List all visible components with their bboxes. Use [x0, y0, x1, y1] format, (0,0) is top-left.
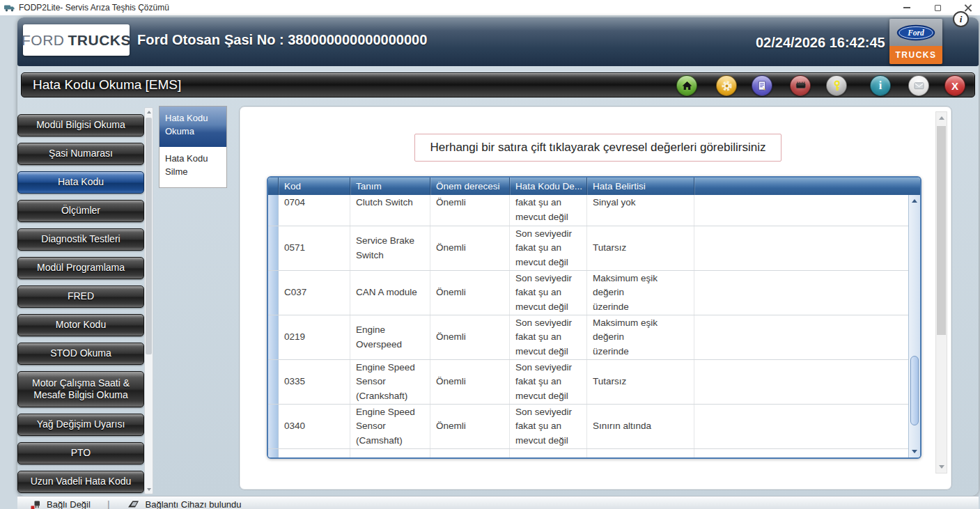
key-button[interactable] [826, 75, 847, 96]
ecu-button[interactable] [790, 75, 811, 96]
table-body: 0704 Clutch Switch Önemli Son seviyedir … [268, 195, 908, 457]
column-header-hata-kodu-detay[interactable]: Hata Kodu De... [510, 178, 587, 195]
sidebar-item-modul-bilgisi-okuma[interactable]: Modül Bilgisi Okuma [17, 114, 144, 136]
table-row[interactable]: Son seviyedir [268, 449, 908, 457]
table-row[interactable]: 0335 Engine Speed Sensor (Crankshaft) Ön… [268, 360, 908, 405]
ford-trucks-logo: FORD TRUCKS [23, 24, 130, 56]
sidebar-item-modul-programlama[interactable]: Modül Programlama [17, 257, 144, 279]
table-scroll-thumb[interactable] [910, 356, 919, 425]
scroll-up-icon[interactable] [939, 116, 944, 120]
close-x-icon: X [951, 80, 958, 92]
scroll-down-icon[interactable] [939, 465, 944, 469]
settings-button[interactable] [716, 75, 737, 96]
cell-kod: 0571 [279, 226, 350, 270]
table-row[interactable]: 0571 Service Brake Switch Önemli Son sev… [268, 226, 908, 271]
tab-hata-kodu-okuma[interactable]: Hata Kodu Okuma [160, 107, 226, 147]
cell-belirti: Tutarsız [587, 360, 694, 404]
close-page-button[interactable]: X [944, 75, 965, 96]
home-icon [681, 80, 693, 91]
column-header-tanim[interactable]: Tanım [350, 178, 430, 195]
sidebar-item-hata-kodu[interactable]: Hata Kodu [17, 171, 144, 194]
sidebar-item-olcumler[interactable]: Ölçümler [17, 200, 144, 222]
svg-text:Ford: Ford [907, 29, 924, 37]
submenu-panel: Hata Kodu Okuma Hata Kodu Silme [159, 106, 227, 188]
window-title: FODP2Lite- Servis Arıza Teşhis Çözümü [19, 3, 169, 13]
home-button[interactable] [676, 75, 697, 96]
toolbar: Hata Kodu Okuma [EMS] i [21, 72, 975, 97]
sidebar-item-motor-calisma-saati[interactable]: Motor Çalışma Saati & Mesafe Bilgisi Oku… [17, 371, 144, 407]
minimize-icon [903, 7, 910, 8]
scroll-down-icon[interactable] [912, 450, 917, 453]
content-scroll-thumb[interactable] [937, 126, 946, 335]
scroll-up-icon[interactable] [912, 199, 917, 203]
sidebar-item-stod-okuma[interactable]: STOD Okuma [17, 343, 144, 365]
column-header-kod[interactable]: Kod [279, 178, 350, 195]
table-row[interactable]: 0704 Clutch Switch Önemli Son seviyedir … [268, 195, 908, 226]
hint-message: Herhangi bir satıra çift tıklayarak çevr… [414, 134, 781, 162]
cell-tanim: CAN A module [350, 271, 430, 315]
sidebar-item-fred[interactable]: FRED [17, 285, 144, 308]
table-row[interactable]: 0219 Engine Overspeed Önemli Son seviyed… [268, 315, 908, 360]
messages-icon [913, 81, 925, 91]
tab-hata-kodu-silme[interactable]: Hata Kodu Silme [160, 147, 226, 187]
column-header-onem-derecesi[interactable]: Önem derecesi [430, 178, 510, 195]
sidebar-scroll-thumb[interactable] [146, 118, 152, 354]
content-scrollbar[interactable] [935, 111, 947, 473]
scroll-up-icon[interactable] [147, 111, 151, 113]
status-bar: Bağlı Değil | Bağlantı Cihazı bulundu [17, 496, 979, 509]
connection-status: Bağlı Değil [30, 499, 91, 509]
ford-logo-trucks-text: TRUCKS [889, 46, 942, 64]
sidebar-item-sasi-numarasi[interactable]: Şasi Numarası [17, 143, 144, 165]
cell-kod: 0219 [279, 315, 350, 359]
cell-tanim: Engine Speed Sensor (Crankshaft) [350, 360, 430, 404]
cell-kod: 0340 [279, 405, 350, 448]
info-corner-button[interactable]: i [953, 11, 969, 27]
cell-kod: 0704 [279, 195, 350, 226]
sidebar-item-yag-degisim-uyarisi[interactable]: Yağ Değişim Uyarısı [17, 414, 144, 436]
sidebar-item-pto[interactable]: PTO [17, 442, 144, 464]
cell-belirti: Maksimum eşik değerin üzerinde [587, 271, 694, 315]
info-button[interactable]: i [870, 75, 891, 96]
cell-tanim: Service Brake Switch [350, 226, 430, 270]
report-button[interactable] [752, 75, 772, 96]
cell-tanim [350, 449, 430, 457]
brand-trucks-text: TRUCKS [68, 32, 132, 49]
chassis-number: Şasi No : 380000000000000000 [224, 32, 427, 48]
table-row[interactable]: 0340 Engine Speed Sensor (Camshaft) Önem… [268, 405, 908, 449]
maximize-button[interactable] [931, 2, 944, 13]
minimize-button[interactable] [901, 2, 913, 13]
sidebar-item-diagnostik-testleri[interactable]: Diagnostik Testleri [17, 228, 144, 251]
sidebar-item-motor-kodu[interactable]: Motor Kodu [17, 314, 144, 336]
cell-detay: Son seviyedir fakat şu an mevcut değil [510, 360, 587, 404]
cell-tanim: Clutch Switch [350, 195, 430, 226]
cell-belirti: Sınırın altında [587, 405, 694, 448]
cell-detay: Son seviyedir fakat şu an mevcut değil [510, 271, 587, 315]
cell-kod: 0335 [279, 360, 350, 404]
cell-tanim: Engine Overspeed [350, 315, 430, 359]
gear-icon [721, 80, 733, 92]
cell-detay: Son seviyedir fakat şu an mevcut değil [510, 226, 587, 270]
plug-disconnected-icon [30, 500, 41, 509]
header-gutter [268, 178, 279, 195]
report-document-icon [756, 80, 768, 91]
app-header: FORD TRUCKS Ford Otosan Şasi No : 380000… [17, 17, 979, 66]
sidebar-item-uzun-vadeli-hata-kodu[interactable]: Uzun Vadeli Hata Kodu [17, 471, 144, 493]
cell-onem: Önemli [430, 360, 510, 404]
scroll-down-icon[interactable] [147, 488, 151, 491]
cell-kod [279, 449, 350, 457]
ford-oval-icon: Ford [896, 24, 935, 41]
table-row[interactable]: C037 CAN A module Önemli Son seviyedir f… [268, 271, 908, 315]
fault-code-table: Kod Tanım Önem derecesi Hata Kodu De... … [267, 176, 921, 459]
cell-detay: Son seviyedir fakat şu an mevcut değil [510, 405, 587, 448]
table-scrollbar[interactable] [908, 195, 920, 457]
close-icon [965, 4, 972, 11]
messages-button[interactable] [908, 75, 929, 96]
status-separator: | [107, 499, 110, 509]
cell-belirti [587, 449, 694, 457]
sidebar-scrollbar[interactable] [144, 107, 153, 494]
cell-onem [430, 449, 510, 457]
cell-detay: Son seviyedir fakat şu an mevcut değil [510, 315, 587, 359]
diagnostic-device-icon [127, 500, 140, 509]
cell-kod: C037 [279, 271, 350, 315]
column-header-hata-belirtisi[interactable]: Hata Belirtisi [587, 178, 694, 195]
